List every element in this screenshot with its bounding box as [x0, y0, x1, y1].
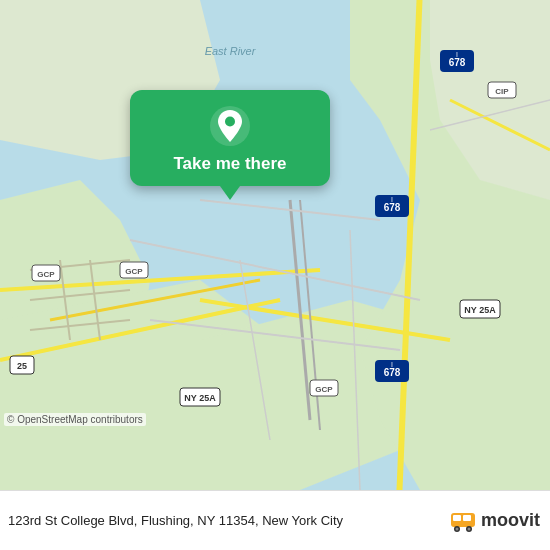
svg-text:678: 678: [384, 367, 401, 378]
popup-card[interactable]: Take me there: [130, 90, 330, 186]
svg-text:GCP: GCP: [37, 270, 55, 279]
svg-point-59: [467, 527, 470, 530]
footer-address-wrap: 123rd St College Blvd, Flushing, NY 1135…: [8, 513, 343, 528]
take-me-there-button[interactable]: Take me there: [173, 154, 286, 174]
svg-text:25: 25: [17, 361, 27, 371]
moovit-bus-icon: [449, 507, 477, 535]
svg-text:I: I: [456, 51, 458, 58]
moovit-text: moovit: [481, 510, 540, 531]
svg-text:CIP: CIP: [495, 87, 509, 96]
location-pin-icon: [208, 104, 252, 148]
svg-text:GCP: GCP: [315, 385, 333, 394]
svg-text:678: 678: [449, 57, 466, 68]
svg-text:I: I: [391, 196, 393, 203]
city-value: City: [321, 513, 343, 528]
svg-rect-55: [463, 515, 471, 521]
svg-text:I: I: [391, 361, 393, 368]
svg-text:678: 678: [384, 202, 401, 213]
map-container: 678 I 678 I 678 I NY 25A NY 25A GCP GCP …: [0, 0, 550, 490]
svg-text:NY 25A: NY 25A: [184, 393, 216, 403]
svg-text:GCP: GCP: [125, 267, 143, 276]
svg-point-52: [225, 117, 235, 127]
svg-text:NY 25A: NY 25A: [464, 305, 496, 315]
svg-text:East River: East River: [205, 45, 257, 57]
address-text: 123rd St College Blvd, Flushing, NY 1135…: [8, 513, 343, 528]
footer: 123rd St College Blvd, Flushing, NY 1135…: [0, 490, 550, 550]
svg-point-58: [455, 527, 458, 530]
moovit-logo: moovit: [449, 507, 540, 535]
address-value: 123rd St College Blvd, Flushing, NY 1135…: [8, 513, 317, 528]
svg-rect-54: [453, 515, 461, 521]
copyright-text: © OpenStreetMap contributors: [4, 413, 146, 426]
